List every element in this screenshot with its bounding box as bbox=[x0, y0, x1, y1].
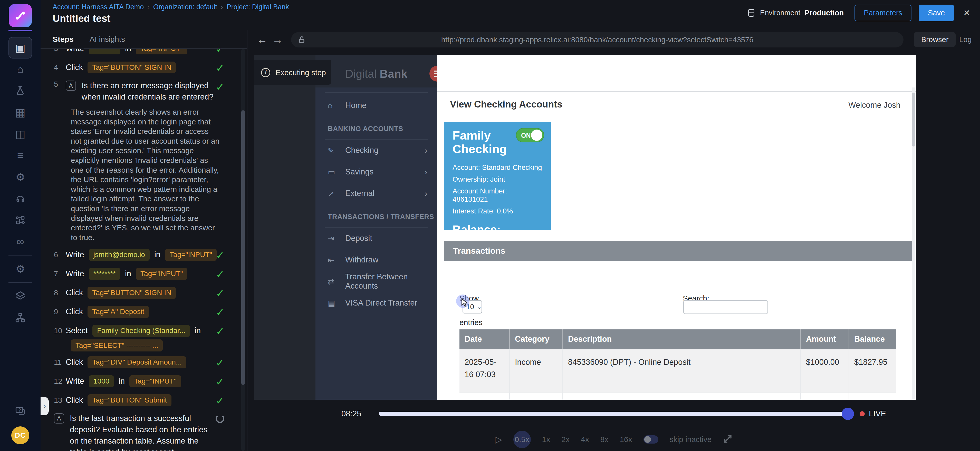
step-row-3[interactable]: 3 Write ******** in Tag="INPUT" ✓ bbox=[41, 49, 247, 55]
step-row-4[interactable]: 4 Click Tag="BUTTON" SIGN IN ✓ bbox=[41, 61, 247, 74]
user-avatar[interactable]: DC bbox=[11, 426, 29, 444]
step-number: 3 bbox=[54, 49, 66, 53]
sidebar-item-checking[interactable]: ✎ Checking › bbox=[315, 140, 437, 161]
browser-forward-icon[interactable]: → bbox=[272, 33, 283, 46]
step-number: 7 bbox=[54, 270, 66, 278]
speed-0-5x[interactable]: 0.5x bbox=[513, 431, 531, 448]
account-toggle[interactable]: ON bbox=[516, 128, 544, 142]
url-bar[interactable]: http://prod.dbank.staging-apps.relicx.ai… bbox=[291, 32, 904, 48]
step-action: Click bbox=[66, 288, 83, 297]
step-row-7[interactable]: 7 Write ******** in Tag="INPUT" ✓ bbox=[41, 267, 247, 280]
pipeline-icon bbox=[14, 214, 26, 226]
play-icon[interactable]: ▷ bbox=[495, 434, 502, 445]
rail-item-grid[interactable]: ▦ bbox=[0, 102, 41, 123]
sidebar-item-savings[interactable]: ▭ Savings › bbox=[315, 161, 437, 183]
fullscreen-icon[interactable] bbox=[723, 434, 733, 445]
tab-steps[interactable]: Steps bbox=[52, 35, 74, 44]
skip-inactive-toggle[interactable] bbox=[643, 435, 659, 443]
toggle-knob bbox=[531, 130, 542, 141]
breadcrumb-account[interactable]: Account: Harness AITA Demo bbox=[52, 3, 144, 11]
step-row-8[interactable]: 8 Click Tag="BUTTON" SIGN IN ✓ bbox=[41, 286, 247, 299]
rail-item-list[interactable]: ≡ bbox=[0, 145, 41, 166]
browser-back-icon[interactable]: ← bbox=[257, 33, 267, 46]
speed-4x[interactable]: 4x bbox=[581, 435, 589, 444]
account-card: ON Family Checking Account: Standard Che… bbox=[444, 122, 551, 230]
speed-2x[interactable]: 2x bbox=[562, 435, 570, 444]
step-target-chip: Tag="BUTTON" SIGN IN bbox=[88, 62, 176, 74]
deposit-icon: ⇥ bbox=[328, 234, 340, 243]
header-description[interactable]: Description bbox=[563, 329, 800, 349]
package-icon: ▣ bbox=[15, 41, 25, 54]
step-row-10[interactable]: 10 Select Family Checking (Standar... in… bbox=[41, 324, 247, 337]
panel-expand-handle[interactable]: › bbox=[41, 397, 49, 415]
step-action: Write bbox=[66, 269, 84, 278]
timeline-knob[interactable] bbox=[842, 408, 854, 420]
withdraw-icon: ⇤ bbox=[328, 256, 340, 265]
rail-item-lab[interactable] bbox=[0, 80, 41, 102]
speed-8x[interactable]: 8x bbox=[600, 435, 609, 444]
cell-category: Income bbox=[509, 392, 563, 400]
grid-icon: ▦ bbox=[15, 106, 25, 119]
cell-amount: $1000.00 bbox=[800, 349, 849, 392]
save-button[interactable]: Save bbox=[919, 5, 954, 21]
rail-item-connect[interactable]: ∞ bbox=[0, 231, 41, 252]
rail-item-pipeline[interactable] bbox=[0, 209, 41, 231]
rail-item-help-chat[interactable]: ? bbox=[0, 400, 41, 422]
info-icon: i bbox=[261, 68, 270, 77]
speed-16x[interactable]: 16x bbox=[620, 435, 632, 444]
table-row: 2025-05-16 06:42 Income 845336089 (DPT) … bbox=[460, 392, 896, 400]
step-action: Click bbox=[66, 357, 83, 367]
parameters-button[interactable]: Parameters bbox=[854, 5, 912, 21]
search-input[interactable] bbox=[683, 300, 768, 314]
steps-list: 3 Write ******** in Tag="INPUT" ✓ 4 Clic… bbox=[41, 49, 247, 451]
live-label: LIVE bbox=[869, 409, 886, 418]
rail-item-home[interactable]: ⌂ bbox=[0, 59, 41, 80]
viewport-scrollbar-thumb[interactable] bbox=[912, 93, 915, 146]
header-actions: Environment Production Parameters Save ✕ bbox=[747, 0, 970, 25]
close-icon[interactable]: ✕ bbox=[963, 8, 970, 18]
sidebar-item-external[interactable]: ↗ External › bbox=[315, 183, 437, 204]
sidebar-item-deposit[interactable]: ⇥ Deposit bbox=[315, 227, 437, 249]
sidebar-item-visa[interactable]: ▤ VISA Direct Transfer bbox=[315, 292, 437, 314]
home-icon: ⌂ bbox=[17, 63, 23, 75]
credit-card-icon: ▤ bbox=[328, 299, 340, 308]
sidebar-item-label: Home bbox=[345, 101, 366, 110]
step-row-5[interactable]: 5 A Is there an error message displayed … bbox=[41, 80, 247, 103]
savings-icon: ▭ bbox=[328, 168, 340, 176]
tab-ai-insights[interactable]: AI insights bbox=[89, 35, 125, 44]
step-row-13[interactable]: 13 Click Tag="BUTTON" Submit ✓ bbox=[41, 394, 247, 407]
sidebar-item-home[interactable]: ⌂ Home bbox=[315, 95, 437, 116]
tab-browser[interactable]: Browser bbox=[914, 32, 956, 47]
step-row-9[interactable]: 9 Click Tag="A" Deposit ✓ bbox=[41, 305, 247, 318]
step-row-11[interactable]: 11 Click Tag="DIV" Deposit Amoun... ✓ bbox=[41, 356, 247, 368]
playback-controls: ▷ 0.5x 1x 2x 4x 8x 16x skip inactive bbox=[247, 428, 980, 451]
layers-icon bbox=[14, 291, 26, 302]
step-row-6[interactable]: 6 Write jsmith@demo.io in Tag="INPUT" ✓ bbox=[41, 248, 247, 261]
breadcrumb-org[interactable]: Organization: default bbox=[153, 3, 217, 11]
speed-1x[interactable]: 1x bbox=[542, 435, 550, 444]
rail-item-settings[interactable]: ⚙ bbox=[0, 166, 41, 188]
timeline-slider[interactable] bbox=[379, 412, 847, 416]
test-title: Untitled test bbox=[52, 13, 110, 24]
account-interest: Interest Rate: 0.0% bbox=[452, 207, 542, 215]
breadcrumb-project[interactable]: Project: Digital Bank bbox=[227, 3, 289, 11]
header-amount[interactable]: Amount bbox=[800, 329, 849, 349]
cell-amount: $20.00 bbox=[800, 392, 849, 400]
step-row-12[interactable]: 12 Write 1000 in Tag="INPUT" ✓ bbox=[41, 375, 247, 387]
rail-item-layers[interactable] bbox=[0, 285, 41, 307]
step-row-14[interactable]: A Is the last transaction a successful d… bbox=[41, 413, 247, 451]
steps-scrollbar-thumb[interactable] bbox=[241, 110, 245, 385]
sidebar-item-withdraw[interactable]: ⇤ Withdraw bbox=[315, 249, 437, 271]
account-type: Account: Standard Checking bbox=[452, 164, 542, 172]
header-balance[interactable]: Balance bbox=[849, 329, 896, 349]
rail-item-board[interactable]: ◫ bbox=[0, 123, 41, 145]
rail-item-project-settings[interactable]: ⚙ bbox=[0, 258, 41, 279]
sidebar-item-transfer[interactable]: ⇄ Transfer Between Accounts bbox=[315, 271, 437, 292]
rail-item-support[interactable] bbox=[0, 188, 41, 209]
transactions-table: Date Category Description Amount Balance bbox=[460, 329, 896, 400]
tab-log[interactable]: Log bbox=[955, 32, 976, 47]
rail-item-modules[interactable]: ▣ bbox=[8, 37, 32, 59]
rail-item-network[interactable] bbox=[0, 307, 41, 329]
header-date[interactable]: Date bbox=[460, 329, 509, 349]
header-category[interactable]: Category bbox=[509, 329, 563, 349]
